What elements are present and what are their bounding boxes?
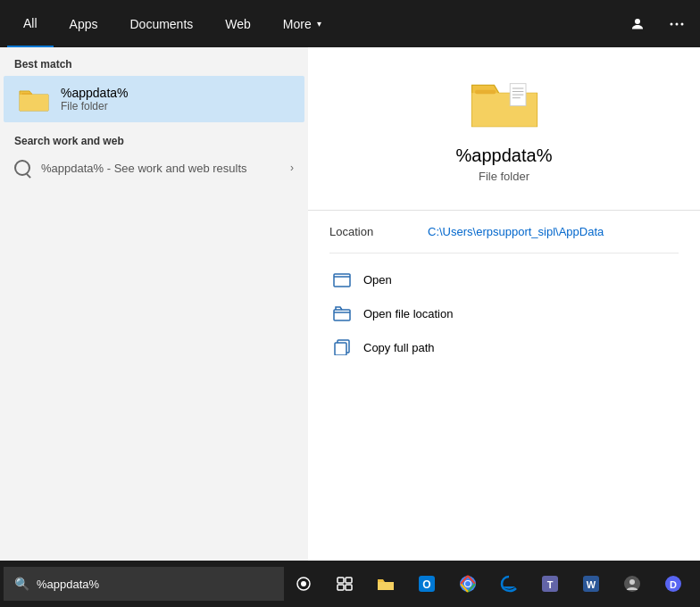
taskview-icon-btn[interactable]: [284, 561, 323, 607]
chevron-down-icon: ▾: [317, 19, 321, 29]
open-file-location-button[interactable]: Open file location: [329, 298, 679, 328]
ellipsis-icon-btn[interactable]: [661, 8, 693, 40]
open-icon: [333, 271, 351, 287]
location-label: Location: [329, 225, 410, 238]
tab-more[interactable]: More ▾: [267, 0, 338, 47]
svg-text:W: W: [587, 579, 596, 590]
search-icon: [14, 160, 30, 176]
nav-icons: [621, 8, 693, 40]
svg-point-0: [671, 22, 673, 25]
svg-rect-17: [346, 578, 352, 583]
discord-icon: D: [663, 574, 683, 594]
open-loc-svg-icon: [333, 305, 351, 321]
svg-rect-18: [338, 585, 344, 590]
app-type: File folder: [479, 170, 529, 183]
svg-point-1: [676, 22, 679, 25]
svg-text:T: T: [547, 579, 554, 590]
location-row: Location C:\Users\erpsupport_sipl\AppDat…: [329, 211, 679, 254]
right-panel: %appdata% File folder Location C:\Users\…: [308, 47, 700, 561]
taskbar-search-icon: 🔍: [14, 577, 29, 591]
folder-icon-small: [18, 83, 50, 115]
tab-web[interactable]: Web: [209, 0, 267, 47]
result-item-appdata[interactable]: %appdata% File folder: [4, 76, 304, 122]
taskbar-search-text: %appdata%: [37, 578, 99, 591]
top-nav: All Apps Documents Web More ▾: [0, 0, 700, 47]
best-match-label: Best match: [0, 47, 308, 76]
user-taskbar-icon: [622, 574, 642, 594]
word-icon-btn[interactable]: W: [571, 561, 611, 607]
user-icon-btn[interactable]: [612, 561, 652, 607]
person-icon-btn[interactable]: [621, 8, 654, 40]
taskbar-search-box[interactable]: 🔍 %appdata%: [4, 567, 284, 601]
folder-icon: [18, 86, 50, 112]
ellipsis-icon: [670, 22, 684, 26]
word-icon: W: [581, 574, 601, 594]
chevron-right-icon: ›: [290, 162, 294, 174]
open-svg-icon: [333, 271, 351, 287]
discord-icon-btn[interactable]: D: [654, 561, 693, 607]
taskview-icon: [296, 576, 312, 592]
copy-full-path-button[interactable]: Copy full path: [329, 332, 679, 362]
result-text: %appdata% File folder: [61, 86, 129, 112]
taskbar-icons: O T: [284, 561, 700, 607]
folder-svg: [469, 74, 540, 131]
file-explorer-icon-btn[interactable]: [366, 561, 405, 607]
multiwindow-icon-btn[interactable]: [325, 561, 364, 607]
person-icon: [630, 17, 645, 31]
svg-point-15: [301, 581, 306, 586]
tab-documents-label: Documents: [129, 17, 193, 31]
app-name: %appdata%: [456, 146, 553, 166]
svg-point-24: [465, 581, 471, 586]
teams-icon-btn[interactable]: T: [530, 561, 570, 607]
copy-full-path-label: Copy full path: [363, 341, 435, 354]
tab-all[interactable]: All: [7, 0, 54, 47]
web-search-text: %appdata% - See work and web results: [41, 162, 247, 175]
open-button[interactable]: Open: [329, 264, 679, 295]
left-panel: Best match %appdata% File folder Search …: [0, 47, 308, 561]
taskbar: 🔍 %appdata%: [0, 561, 700, 607]
copy-full-path-icon: [333, 339, 351, 355]
tab-documents[interactable]: Documents: [113, 0, 209, 47]
edge-icon-btn[interactable]: [489, 561, 529, 607]
svg-rect-10: [334, 274, 350, 287]
svg-point-2: [681, 22, 684, 25]
open-file-location-icon: [333, 305, 351, 321]
chrome-icon-btn[interactable]: [448, 561, 488, 607]
actions-section: Open Open file location: [308, 254, 700, 373]
result-title: %appdata%: [61, 86, 129, 100]
svg-rect-3: [21, 93, 32, 95]
svg-rect-4: [475, 90, 496, 94]
result-subtitle: File folder: [61, 100, 129, 112]
svg-text:D: D: [670, 579, 677, 590]
info-section: Location C:\Users\erpsupport_sipl\AppDat…: [308, 210, 700, 254]
location-value[interactable]: C:\Users\erpsupport_sipl\AppData: [428, 225, 604, 238]
svg-point-30: [629, 579, 635, 585]
multiwindow-icon: [337, 577, 353, 591]
tab-web-label: Web: [225, 17, 251, 31]
chrome-icon: [458, 574, 478, 594]
teams-icon: T: [540, 574, 560, 594]
tab-all-label: All: [23, 16, 38, 30]
open-label: Open: [363, 273, 392, 287]
tab-apps-label: Apps: [70, 17, 98, 31]
svg-text:O: O: [422, 578, 430, 591]
search-work-web-label: Search work and web: [0, 122, 308, 153]
svg-rect-16: [338, 578, 344, 583]
edge-icon: [499, 574, 519, 594]
outlook-icon: O: [417, 574, 437, 594]
svg-rect-11: [334, 310, 350, 320]
outlook-icon-btn[interactable]: O: [407, 561, 446, 607]
svg-rect-19: [346, 585, 352, 590]
web-search-query: %appdata%: [41, 162, 104, 175]
web-search-suffix: - See work and web results: [104, 162, 246, 175]
tab-more-label: More: [283, 17, 312, 31]
main-content: Best match %appdata% File folder Search …: [0, 47, 700, 561]
copy-svg-icon: [333, 339, 351, 355]
tab-apps[interactable]: Apps: [54, 0, 114, 47]
svg-rect-13: [335, 343, 346, 355]
web-search-item[interactable]: %appdata% - See work and web results ›: [0, 153, 308, 183]
app-icon-large: [469, 74, 540, 131]
file-explorer-icon: [376, 576, 396, 592]
open-file-location-label: Open file location: [363, 307, 453, 320]
